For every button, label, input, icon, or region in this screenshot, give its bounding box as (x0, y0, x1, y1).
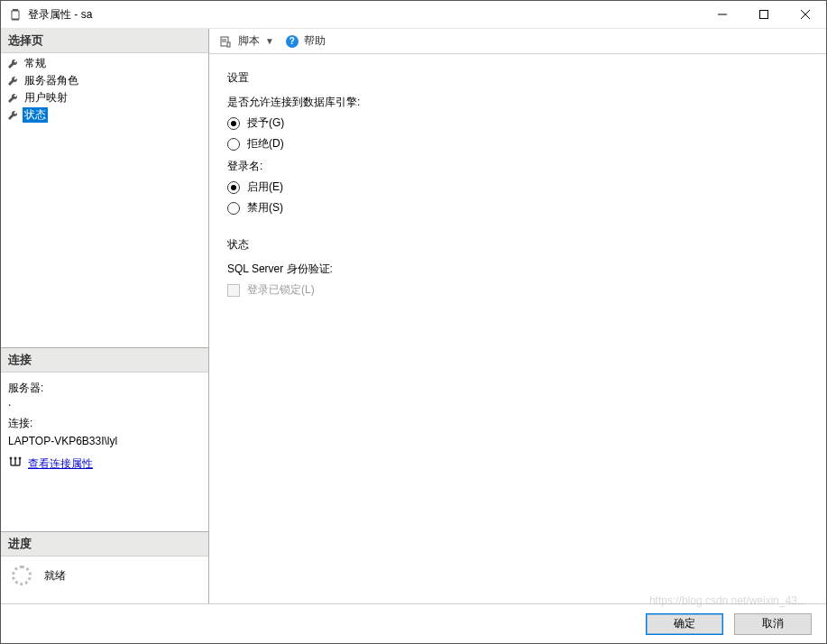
cancel-button[interactable]: 取消 (734, 613, 812, 635)
wrench-icon (6, 75, 19, 87)
window-title: 登录属性 - sa (28, 7, 92, 23)
connection-props-icon (8, 455, 23, 474)
sidebar-item-status[interactable]: 状态 (1, 106, 208, 124)
radio-deny[interactable]: 拒绝(D) (227, 136, 808, 152)
script-dropdown-icon[interactable]: ▼ (265, 36, 274, 46)
radio-enable[interactable]: 启用(E) (227, 179, 808, 195)
checkbox-locked: 登录已锁定(L) (227, 282, 808, 298)
sidebar-item-label: 服务器角色 (23, 73, 80, 88)
sidebar-item-label: 常规 (23, 56, 48, 71)
status-group-title: 状态 (227, 237, 808, 253)
form-area: 设置 是否允许连接到数据库引擎: 授予(G) 拒绝(D) 登录名: 启用(E) (209, 54, 826, 603)
svg-rect-13 (227, 42, 230, 47)
sidebar: 选择页 常规 服务器角色 用户映射 状态 (1, 29, 209, 603)
wrench-icon (6, 109, 19, 122)
radio-deny-label: 拒绝(D) (247, 136, 284, 152)
settings-group-title: 设置 (227, 70, 808, 86)
script-button[interactable]: 脚本 (238, 33, 260, 49)
radio-disable-indicator (227, 202, 240, 215)
svg-rect-1 (12, 11, 19, 19)
checkbox-locked-box (227, 284, 240, 297)
close-button[interactable] (785, 1, 826, 29)
sidebar-item-label: 状态 (23, 107, 48, 123)
permission-label: 是否允许连接到数据库引擎: (227, 95, 808, 110)
sidebar-item-general[interactable]: 常规 (1, 55, 208, 72)
connection-header: 连接 (1, 348, 208, 373)
checkbox-locked-label: 登录已锁定(L) (247, 282, 315, 298)
sidebar-item-server-roles[interactable]: 服务器角色 (1, 72, 208, 89)
help-icon: ? (286, 35, 299, 48)
radio-deny-indicator (227, 138, 240, 151)
pages-list: 常规 服务器角色 用户映射 状态 (1, 53, 208, 347)
titlebar: 登录属性 - sa (1, 1, 826, 29)
svg-rect-2 (12, 19, 19, 21)
radio-enable-indicator (227, 181, 240, 194)
wrench-icon (6, 58, 19, 70)
svg-point-7 (10, 456, 13, 459)
app-icon (8, 7, 23, 22)
sidebar-item-user-mapping[interactable]: 用户映射 (1, 89, 208, 106)
sidebar-item-label: 用户映射 (23, 90, 69, 106)
progress-section: 进度 就绪 (1, 531, 208, 603)
pages-header: 选择页 (1, 29, 208, 53)
dialog-buttonbar: 确定 取消 (1, 603, 826, 643)
wrench-icon (6, 92, 19, 105)
radio-enable-label: 启用(E) (247, 179, 283, 195)
maximize-button[interactable] (743, 1, 785, 29)
sqlauth-label: SQL Server 身份验证: (227, 262, 808, 277)
server-value: . (8, 397, 201, 408)
toolbar: 脚本 ▼ ? 帮助 (209, 29, 826, 54)
dialog-window: 登录属性 - sa 选择页 常规 服务器角色 (0, 0, 827, 644)
svg-point-9 (19, 456, 22, 459)
radio-grant[interactable]: 授予(G) (227, 115, 808, 131)
view-connection-properties-link[interactable]: 查看连接属性 (28, 455, 93, 473)
login-label: 登录名: (227, 159, 808, 174)
progress-header: 进度 (1, 532, 208, 557)
radio-disable-label: 禁用(S) (247, 200, 283, 216)
help-button[interactable]: 帮助 (304, 33, 326, 49)
connection-body: 服务器: . 连接: LAPTOP-VKP6B33I\lyl 查看连接属性 (1, 373, 208, 531)
radio-grant-label: 授予(G) (247, 115, 284, 131)
radio-disable[interactable]: 禁用(S) (227, 200, 808, 216)
progress-spinner-icon (12, 566, 32, 585)
radio-grant-indicator (227, 117, 240, 130)
script-icon (218, 34, 233, 49)
svg-rect-4 (760, 11, 768, 19)
connection-section: 连接 服务器: . 连接: LAPTOP-VKP6B33I\lyl 查看连接属性 (1, 347, 208, 531)
connection-label: 连接: (8, 415, 201, 432)
progress-body: 就绪 (1, 557, 208, 603)
main-area: 脚本 ▼ ? 帮助 设置 是否允许连接到数据库引擎: 授予(G) 拒绝(D) 登… (209, 29, 826, 603)
content-area: 选择页 常规 服务器角色 用户映射 状态 (1, 29, 826, 603)
server-label: 服务器: (8, 380, 201, 397)
svg-point-8 (14, 456, 17, 459)
ok-button[interactable]: 确定 (646, 613, 723, 635)
minimize-button[interactable] (702, 1, 743, 29)
progress-status: 就绪 (44, 568, 66, 584)
connection-value: LAPTOP-VKP6B33I\lyl (8, 433, 201, 450)
